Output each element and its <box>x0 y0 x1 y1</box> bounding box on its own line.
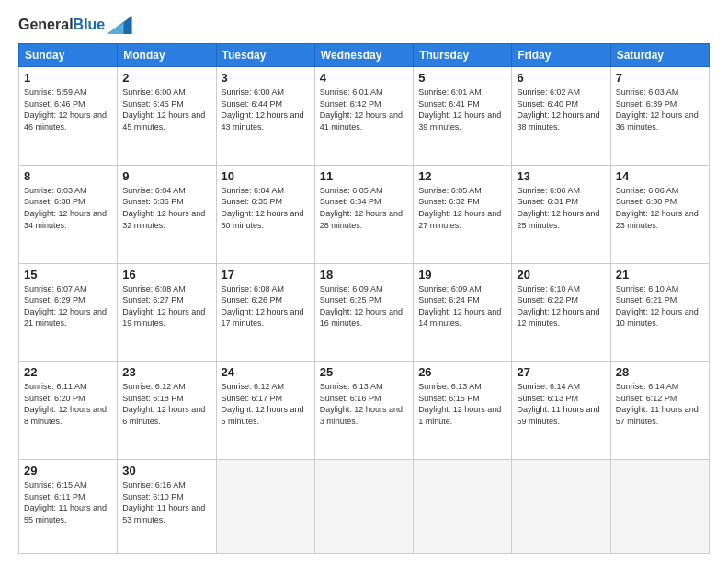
day-number: 8 <box>24 169 112 183</box>
day-info: Sunrise: 6:01 AMSunset: 6:41 PMDaylight:… <box>418 86 506 132</box>
day-number: 18 <box>320 268 408 282</box>
calendar-cell: 20 Sunrise: 6:10 AMSunset: 6:22 PMDaylig… <box>512 263 610 362</box>
day-number: 5 <box>418 71 506 85</box>
day-number: 12 <box>418 169 506 183</box>
day-number: 6 <box>517 71 605 85</box>
col-tuesday: Tuesday <box>216 44 314 67</box>
day-number: 1 <box>24 71 112 85</box>
calendar-row: 29 Sunrise: 6:15 AMSunset: 6:11 PMDaylig… <box>19 460 710 554</box>
day-number: 19 <box>418 268 506 282</box>
logo-icon <box>107 16 132 34</box>
day-info: Sunrise: 6:05 AMSunset: 6:32 PMDaylight:… <box>418 185 506 231</box>
day-info: Sunrise: 6:00 AMSunset: 6:44 PMDaylight:… <box>222 86 310 132</box>
day-info: Sunrise: 6:09 AMSunset: 6:24 PMDaylight:… <box>418 283 506 329</box>
calendar-cell <box>216 460 314 554</box>
day-number: 16 <box>122 268 210 282</box>
calendar-cell: 25 Sunrise: 6:13 AMSunset: 6:16 PMDaylig… <box>314 362 413 460</box>
calendar-cell: 10 Sunrise: 6:04 AMSunset: 6:35 PMDaylig… <box>216 165 314 263</box>
calendar-cell: 1 Sunrise: 5:59 AMSunset: 6:46 PMDayligh… <box>19 67 118 166</box>
day-info: Sunrise: 6:06 AMSunset: 6:30 PMDaylight:… <box>616 185 704 231</box>
header: GeneralBlue <box>18 15 710 34</box>
day-number: 14 <box>616 169 704 183</box>
day-number: 24 <box>222 365 310 379</box>
day-number: 2 <box>122 71 210 85</box>
day-info: Sunrise: 6:08 AMSunset: 6:26 PMDaylight:… <box>222 283 310 329</box>
calendar-cell: 14 Sunrise: 6:06 AMSunset: 6:30 PMDaylig… <box>610 165 709 263</box>
day-info: Sunrise: 6:09 AMSunset: 6:25 PMDaylight:… <box>320 283 408 329</box>
calendar-cell: 17 Sunrise: 6:08 AMSunset: 6:26 PMDaylig… <box>216 263 314 362</box>
day-number: 22 <box>24 365 112 379</box>
day-number: 26 <box>418 365 506 379</box>
day-info: Sunrise: 6:12 AMSunset: 6:18 PMDaylight:… <box>122 381 210 427</box>
day-info: Sunrise: 6:05 AMSunset: 6:34 PMDaylight:… <box>320 185 408 231</box>
calendar-cell: 3 Sunrise: 6:00 AMSunset: 6:44 PMDayligh… <box>216 67 314 166</box>
day-number: 3 <box>222 71 310 85</box>
day-info: Sunrise: 6:02 AMSunset: 6:40 PMDaylight:… <box>517 86 605 132</box>
calendar: Sunday Monday Tuesday Wednesday Thursday… <box>18 43 710 554</box>
calendar-cell: 28 Sunrise: 6:14 AMSunset: 6:12 PMDaylig… <box>610 362 709 460</box>
calendar-cell: 26 Sunrise: 6:13 AMSunset: 6:15 PMDaylig… <box>414 362 512 460</box>
day-number: 20 <box>517 268 605 282</box>
col-friday: Friday <box>512 44 610 67</box>
day-info: Sunrise: 6:14 AMSunset: 6:13 PMDaylight:… <box>517 381 605 427</box>
day-number: 11 <box>320 169 408 183</box>
calendar-cell <box>512 460 610 554</box>
calendar-row: 8 Sunrise: 6:03 AMSunset: 6:38 PMDayligh… <box>19 165 710 263</box>
calendar-cell: 29 Sunrise: 6:15 AMSunset: 6:11 PMDaylig… <box>19 460 118 554</box>
day-number: 4 <box>320 71 408 85</box>
calendar-cell: 30 Sunrise: 6:16 AMSunset: 6:10 PMDaylig… <box>118 460 216 554</box>
day-number: 10 <box>222 169 310 183</box>
day-info: Sunrise: 6:13 AMSunset: 6:16 PMDaylight:… <box>320 381 408 427</box>
day-info: Sunrise: 6:00 AMSunset: 6:45 PMDaylight:… <box>122 86 210 132</box>
calendar-cell: 7 Sunrise: 6:03 AMSunset: 6:39 PMDayligh… <box>610 67 709 166</box>
day-info: Sunrise: 6:11 AMSunset: 6:20 PMDaylight:… <box>24 381 112 427</box>
day-info: Sunrise: 6:01 AMSunset: 6:42 PMDaylight:… <box>320 86 408 132</box>
day-info: Sunrise: 6:04 AMSunset: 6:35 PMDaylight:… <box>222 185 310 231</box>
calendar-cell: 24 Sunrise: 6:12 AMSunset: 6:17 PMDaylig… <box>216 362 314 460</box>
col-thursday: Thursday <box>414 44 512 67</box>
calendar-cell: 11 Sunrise: 6:05 AMSunset: 6:34 PMDaylig… <box>314 165 413 263</box>
calendar-cell: 23 Sunrise: 6:12 AMSunset: 6:18 PMDaylig… <box>118 362 216 460</box>
calendar-header-row: Sunday Monday Tuesday Wednesday Thursday… <box>19 44 710 67</box>
day-info: Sunrise: 6:03 AMSunset: 6:39 PMDaylight:… <box>616 86 704 132</box>
calendar-cell: 4 Sunrise: 6:01 AMSunset: 6:42 PMDayligh… <box>314 67 413 166</box>
day-info: Sunrise: 6:08 AMSunset: 6:27 PMDaylight:… <box>122 283 210 329</box>
page: GeneralBlue Sunday Monday Tuesday Wednes… <box>0 0 728 563</box>
calendar-cell: 13 Sunrise: 6:06 AMSunset: 6:31 PMDaylig… <box>512 165 610 263</box>
calendar-row: 15 Sunrise: 6:07 AMSunset: 6:29 PMDaylig… <box>19 263 710 362</box>
day-info: Sunrise: 6:07 AMSunset: 6:29 PMDaylight:… <box>24 283 112 329</box>
day-number: 7 <box>616 71 704 85</box>
calendar-cell: 22 Sunrise: 6:11 AMSunset: 6:20 PMDaylig… <box>19 362 118 460</box>
calendar-cell: 19 Sunrise: 6:09 AMSunset: 6:24 PMDaylig… <box>414 263 512 362</box>
day-info: Sunrise: 6:16 AMSunset: 6:10 PMDaylight:… <box>122 479 210 525</box>
day-number: 15 <box>24 268 112 282</box>
calendar-cell: 27 Sunrise: 6:14 AMSunset: 6:13 PMDaylig… <box>512 362 610 460</box>
calendar-cell: 18 Sunrise: 6:09 AMSunset: 6:25 PMDaylig… <box>314 263 413 362</box>
logo: GeneralBlue <box>18 15 132 34</box>
col-wednesday: Wednesday <box>314 44 413 67</box>
day-number: 27 <box>517 365 605 379</box>
day-number: 21 <box>616 268 704 282</box>
calendar-cell: 5 Sunrise: 6:01 AMSunset: 6:41 PMDayligh… <box>414 67 512 166</box>
calendar-row: 1 Sunrise: 5:59 AMSunset: 6:46 PMDayligh… <box>19 67 710 166</box>
day-info: Sunrise: 6:03 AMSunset: 6:38 PMDaylight:… <box>24 185 112 231</box>
calendar-cell: 15 Sunrise: 6:07 AMSunset: 6:29 PMDaylig… <box>19 263 118 362</box>
day-number: 29 <box>24 464 112 477</box>
calendar-cell: 9 Sunrise: 6:04 AMSunset: 6:36 PMDayligh… <box>118 165 216 263</box>
logo-general: GeneralBlue <box>18 15 105 34</box>
col-monday: Monday <box>118 44 216 67</box>
day-info: Sunrise: 6:10 AMSunset: 6:22 PMDaylight:… <box>517 283 605 329</box>
day-info: Sunrise: 6:04 AMSunset: 6:36 PMDaylight:… <box>122 185 210 231</box>
calendar-cell <box>610 460 709 554</box>
day-number: 13 <box>517 169 605 183</box>
calendar-cell: 16 Sunrise: 6:08 AMSunset: 6:27 PMDaylig… <box>118 263 216 362</box>
day-info: Sunrise: 6:12 AMSunset: 6:17 PMDaylight:… <box>222 381 310 427</box>
day-number: 30 <box>122 464 210 477</box>
day-info: Sunrise: 5:59 AMSunset: 6:46 PMDaylight:… <box>24 86 112 132</box>
day-info: Sunrise: 6:15 AMSunset: 6:11 PMDaylight:… <box>24 479 112 525</box>
day-info: Sunrise: 6:13 AMSunset: 6:15 PMDaylight:… <box>418 381 506 427</box>
calendar-cell: 8 Sunrise: 6:03 AMSunset: 6:38 PMDayligh… <box>19 165 118 263</box>
col-sunday: Sunday <box>19 44 118 67</box>
day-info: Sunrise: 6:06 AMSunset: 6:31 PMDaylight:… <box>517 185 605 231</box>
day-number: 23 <box>122 365 210 379</box>
